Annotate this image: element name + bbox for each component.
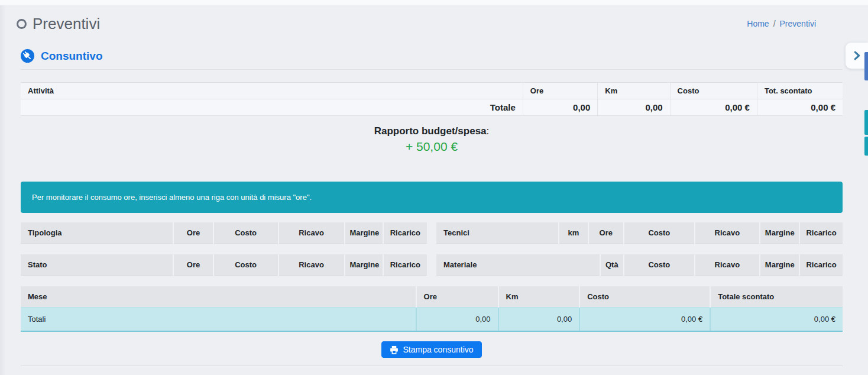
col-header-attivita: Attività — [21, 83, 523, 99]
activity-table: Attività Ore Km Costo Tot. scontato Tota… — [21, 82, 843, 116]
breadcrumb: Home/Preventivi — [747, 19, 816, 33]
budget-report-value: + 50,00 € — [21, 140, 843, 154]
summary-tables-grid: Tipologia Ore Costo Ricavo Margine Ricar… — [21, 222, 843, 276]
budget-report: Rapporto budget/spesa: + 50,00 € — [21, 125, 843, 154]
col-header-ricarico: Ricarico — [383, 254, 427, 276]
col-header-ore: Ore — [588, 222, 624, 244]
page-header: Preventivi Home/Preventivi — [0, 5, 868, 33]
col-header-costo: Costo — [624, 222, 695, 244]
col-header-ricarico: Ricarico — [799, 222, 843, 244]
collapsed-left-sidebar-edge — [0, 5, 6, 375]
info-banner-message: Per monitorare il consumo ore, inserisci… — [32, 193, 312, 202]
section-header: Consuntivo — [21, 49, 843, 63]
tipologia-table: Tipologia Ore Costo Ricavo Margine Ricar… — [21, 222, 427, 244]
edge-hidden-button-blue[interactable] — [864, 52, 868, 80]
col-header-costo: Costo — [670, 83, 757, 99]
activity-table-header-row: Attività Ore Km Costo Tot. scontato — [21, 83, 843, 99]
plug-icon — [21, 49, 34, 63]
col-header-ore: Ore — [416, 286, 498, 308]
budget-report-label: Rapporto budget/spesa: — [21, 125, 843, 137]
month-table-header-row: Mese Ore Km Costo Totale scontato — [21, 286, 843, 308]
info-banner: Per monitorare il consumo ore, inserisci… — [21, 182, 843, 213]
activity-total-row: Totale 0,00 0,00 0,00 € 0,00 € — [21, 99, 843, 116]
col-header-ricavo: Ricavo — [278, 254, 345, 276]
col-header-km: Km — [598, 83, 670, 99]
stato-table: Stato Ore Costo Ricavo Margine Ricarico — [21, 254, 427, 276]
col-header-ore: Ore — [173, 254, 213, 276]
col-header-ore: Ore — [523, 83, 597, 99]
totals-ore: 0,00 — [416, 308, 498, 332]
col-header-km: km — [559, 222, 588, 244]
col-header-tipologia: Tipologia — [21, 222, 173, 244]
col-header-margine: Margine — [760, 254, 799, 276]
total-tot-scontato: 0,00 € — [757, 99, 843, 116]
printer-icon — [390, 345, 399, 354]
totals-costo: 0,00 € — [579, 308, 710, 332]
col-header-costo: Costo — [213, 254, 278, 276]
breadcrumb-separator: / — [773, 19, 776, 28]
circle-ring-icon — [17, 19, 27, 29]
total-ore: 0,00 — [523, 99, 597, 116]
totals-label: Totali — [21, 308, 416, 332]
edge-hidden-button-teal-2[interactable] — [864, 137, 868, 156]
col-header-margine: Margine — [345, 254, 383, 276]
print-report-label: Stampa consuntivo — [403, 345, 473, 354]
col-header-margine: Margine — [760, 222, 799, 244]
col-header-totale-scontato: Totale scontato — [710, 286, 843, 308]
col-header-ricarico: Ricarico — [383, 222, 427, 244]
top-bar — [0, 0, 868, 5]
col-header-costo: Costo — [624, 254, 695, 276]
col-header-qta: Qtà — [600, 254, 624, 276]
col-header-ricarico: Ricarico — [799, 254, 843, 276]
col-header-ricavo: Ricavo — [278, 222, 345, 244]
total-label: Totale — [21, 99, 523, 116]
total-km: 0,00 — [598, 99, 670, 116]
col-header-tecnici: Tecnici — [436, 222, 559, 244]
totals-totale-scontato: 0,00 € — [710, 308, 843, 332]
breadcrumb-home-link[interactable]: Home — [747, 19, 769, 28]
col-header-costo: Costo — [213, 222, 278, 244]
footer-divider — [21, 366, 843, 366]
col-header-km: Km — [498, 286, 580, 308]
col-header-materiale: Materiale — [436, 254, 600, 276]
col-header-margine: Margine — [345, 222, 383, 244]
totals-km: 0,00 — [498, 308, 580, 332]
col-header-ricavo: Ricavo — [695, 222, 760, 244]
month-table: Mese Ore Km Costo Totale scontato Totali… — [21, 286, 843, 332]
breadcrumb-current-link[interactable]: Preventivi — [780, 19, 816, 28]
section-title: Consuntivo — [41, 50, 103, 63]
materiale-table: Materiale Qtà Costo Ricavo Margine Ricar… — [436, 254, 843, 276]
col-header-tot-scontato: Tot. scontato — [757, 83, 843, 99]
page-title: Preventivi — [33, 15, 100, 33]
col-header-mese: Mese — [21, 286, 416, 308]
edge-hidden-button-teal-1[interactable] — [864, 110, 868, 135]
print-report-button[interactable]: Stampa consuntivo — [381, 341, 481, 358]
col-header-ricavo: Ricavo — [695, 254, 760, 276]
month-totals-row: Totali 0,00 0,00 0,00 € 0,00 € — [21, 308, 843, 332]
col-header-costo: Costo — [579, 286, 710, 308]
tecnici-table: Tecnici km Ore Costo Ricavo Margine Rica… — [436, 222, 843, 244]
col-header-stato: Stato — [21, 254, 173, 276]
chevron-right-icon — [850, 49, 863, 62]
total-costo: 0,00 € — [670, 99, 757, 116]
actions-row: Stampa consuntivo — [21, 341, 843, 358]
col-header-ore: Ore — [173, 222, 213, 244]
section-divider — [21, 69, 843, 70]
